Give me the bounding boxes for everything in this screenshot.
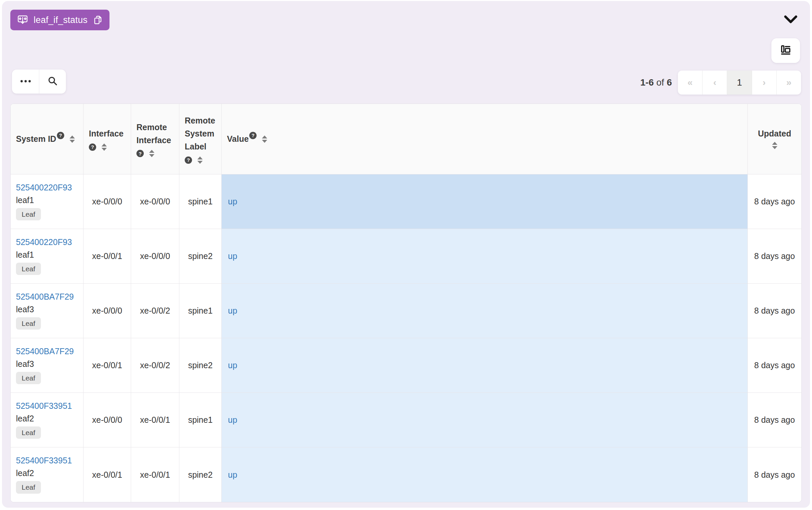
column-label: System ID <box>16 134 56 144</box>
layout-columns-icon <box>779 43 792 58</box>
column-header-remote-system-label[interactable]: Remote System Label ? <box>179 104 222 174</box>
column-header-value[interactable]: Value ? <box>222 104 748 174</box>
probe-card: leaf_if_status <box>2 1 810 508</box>
system-id-cell: 525400220F93leaf1Leaf <box>11 229 84 284</box>
copy-icon[interactable] <box>93 15 103 25</box>
updated-cell: 8 days ago <box>748 284 801 338</box>
system-id-link[interactable]: 525400BA7F29 <box>16 346 74 356</box>
help-icon[interactable]: ? <box>89 143 96 151</box>
system-id-cell: 525400220F93leaf1Leaf <box>11 174 84 229</box>
range-from-to: 1-6 <box>640 77 654 88</box>
sort-icon[interactable] <box>197 157 203 164</box>
sort-icon[interactable] <box>102 143 107 151</box>
system-id-cell: 525400BA7F29leaf3Leaf <box>11 284 84 338</box>
column-label: Interface <box>89 127 125 140</box>
column-label: Updated <box>758 129 791 139</box>
column-label: Value <box>227 134 249 144</box>
current-page-button[interactable]: 1 <box>727 70 751 94</box>
system-id-cell: 525400F33951leaf2Leaf <box>11 393 84 447</box>
remote-system-label-cell: spine2 <box>179 447 222 502</box>
help-icon[interactable]: ? <box>57 132 64 139</box>
role-badge: Leaf <box>16 426 41 439</box>
help-icon[interactable]: ? <box>137 150 144 157</box>
remote-interface-cell: xe-0/0/1 <box>131 447 179 502</box>
pagination-range: 1-6 of 6 <box>640 77 672 88</box>
system-id-link[interactable]: 525400F33951 <box>16 401 72 411</box>
first-page-button[interactable]: « <box>678 70 702 94</box>
column-header-updated[interactable]: Updated <box>748 104 801 174</box>
table-header: System ID ? Interface ? Remote Interface <box>11 104 801 174</box>
remote-interface-cell: xe-0/0/2 <box>131 338 179 393</box>
interface-cell: xe-0/0/0 <box>84 284 131 338</box>
column-header-interface[interactable]: Interface ? <box>84 104 131 174</box>
value-link[interactable]: up <box>228 415 237 425</box>
results-table: System ID ? Interface ? Remote Interface <box>10 104 802 502</box>
value-link[interactable]: up <box>228 306 237 316</box>
remote-interface-cell: xe-0/0/2 <box>131 284 179 338</box>
sort-icon[interactable] <box>69 136 75 143</box>
probe-name: leaf_if_status <box>34 15 88 25</box>
updated-cell: 8 days ago <box>748 174 801 229</box>
pager-buttons: « ‹ 1 › » <box>678 70 801 94</box>
column-header-system-id[interactable]: System ID ? <box>11 104 84 174</box>
interface-cell: xe-0/0/1 <box>84 447 131 502</box>
remote-system-label-cell: spine1 <box>179 174 222 229</box>
search-button[interactable] <box>39 69 66 93</box>
interface-cell: xe-0/0/1 <box>84 229 131 284</box>
prev-page-button[interactable]: ‹ <box>702 70 727 94</box>
value-link[interactable]: up <box>228 251 237 261</box>
value-cell: up <box>222 284 748 338</box>
updated-cell: 8 days ago <box>748 393 801 447</box>
updated-cell: 8 days ago <box>748 447 801 502</box>
column-label: Remote System Label <box>185 114 216 153</box>
last-page-button[interactable]: » <box>776 70 801 94</box>
table-row: 525400220F93leaf1Leafxe-0/0/1xe-0/0/0spi… <box>11 229 801 284</box>
updated-cell: 8 days ago <box>748 338 801 393</box>
sort-icon[interactable] <box>772 142 777 149</box>
table-row: 525400F33951leaf2Leafxe-0/0/0xe-0/0/1spi… <box>11 393 801 447</box>
value-link[interactable]: up <box>228 470 237 480</box>
table-row: 525400F33951leaf2Leafxe-0/0/1xe-0/0/1spi… <box>11 447 801 502</box>
probe-badge[interactable]: leaf_if_status <box>10 10 110 30</box>
table-row: 525400220F93leaf1Leafxe-0/0/0xe-0/0/0spi… <box>11 174 801 229</box>
system-id-cell: 525400F33951leaf2Leaf <box>11 447 84 502</box>
table-row: 525400BA7F29leaf3Leafxe-0/0/1xe-0/0/2spi… <box>11 338 801 393</box>
probe-arrows-icon <box>17 14 28 26</box>
system-id-link[interactable]: 525400F33951 <box>16 456 72 465</box>
system-name: leaf2 <box>16 414 34 423</box>
value-link[interactable]: up <box>228 361 237 370</box>
interface-cell: xe-0/0/0 <box>84 393 131 447</box>
system-id-link[interactable]: 525400220F93 <box>16 183 72 192</box>
more-actions-button[interactable] <box>12 69 39 93</box>
system-name: leaf3 <box>16 305 34 314</box>
updated-cell: 8 days ago <box>748 229 801 284</box>
role-badge: Leaf <box>16 481 41 493</box>
ellipsis-icon <box>20 79 31 85</box>
remote-system-label-cell: spine2 <box>179 338 222 393</box>
system-id-cell: 525400BA7F29leaf3Leaf <box>11 338 84 393</box>
value-link[interactable]: up <box>228 197 237 206</box>
sort-icon[interactable] <box>149 150 154 157</box>
role-badge: Leaf <box>16 372 41 384</box>
interface-cell: xe-0/0/1 <box>84 338 131 393</box>
system-id-link[interactable]: 525400BA7F29 <box>16 292 74 302</box>
column-header-remote-interface[interactable]: Remote Interface ? <box>131 104 179 174</box>
help-icon[interactable]: ? <box>185 157 192 164</box>
role-badge: Leaf <box>16 263 41 275</box>
value-cell: up <box>222 393 748 447</box>
system-name: leaf1 <box>16 250 34 260</box>
system-id-link[interactable]: 525400220F93 <box>16 237 72 247</box>
remote-interface-cell: xe-0/0/0 <box>131 229 179 284</box>
collapse-chevron-down-icon[interactable] <box>783 14 798 24</box>
next-page-button[interactable]: › <box>752 70 776 94</box>
help-icon[interactable]: ? <box>249 132 257 139</box>
pagination: 1-6 of 6 « ‹ 1 › » <box>640 70 801 94</box>
layout-settings-button[interactable] <box>772 38 800 63</box>
sort-icon[interactable] <box>262 136 267 143</box>
remote-interface-cell: xe-0/0/0 <box>131 174 179 229</box>
table-body: 525400220F93leaf1Leafxe-0/0/0xe-0/0/0spi… <box>11 174 801 502</box>
remote-system-label-cell: spine1 <box>179 284 222 338</box>
remote-system-label-cell: spine2 <box>179 229 222 284</box>
range-of: of <box>656 77 664 88</box>
remote-system-label-cell: spine1 <box>179 393 222 447</box>
